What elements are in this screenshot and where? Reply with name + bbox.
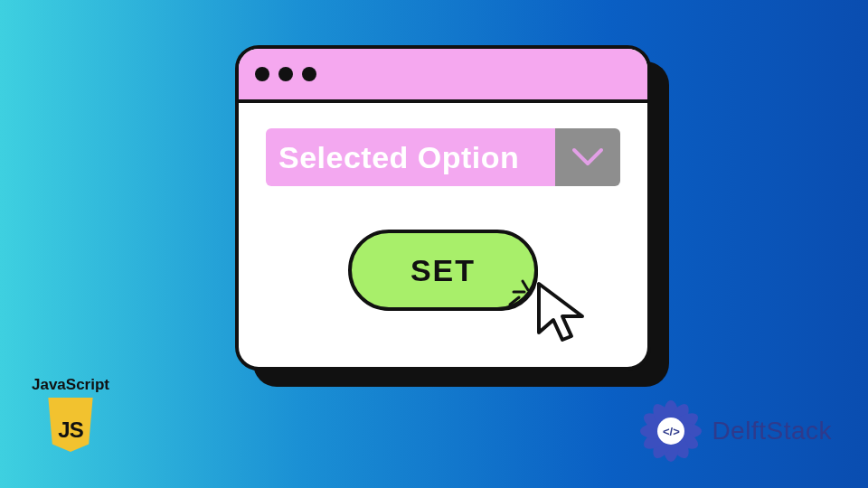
- set-button[interactable]: SET: [348, 230, 538, 311]
- traffic-dot: [278, 67, 293, 81]
- select-value: Selected Option: [266, 128, 555, 186]
- window-titlebar: [239, 49, 647, 103]
- traffic-dot: [302, 67, 316, 81]
- delftstack-brand: </> DelftStack: [639, 399, 832, 463]
- javascript-shield-icon: JS: [45, 398, 96, 452]
- delftstack-name: DelftStack: [712, 417, 832, 446]
- window-body: Selected Option SET: [239, 103, 647, 311]
- javascript-badge: JavaScript JS: [29, 376, 112, 452]
- delftstack-flower-icon: </>: [639, 399, 703, 463]
- javascript-shield-text: JS: [58, 418, 82, 443]
- traffic-dot: [255, 67, 269, 81]
- set-button-wrap: SET: [348, 230, 538, 311]
- javascript-label: JavaScript: [29, 376, 112, 394]
- set-button-label: SET: [410, 253, 476, 288]
- window-card: Selected Option SET: [235, 45, 651, 371]
- select-dropdown[interactable]: Selected Option: [266, 128, 620, 186]
- chevron-down-icon: [555, 128, 620, 186]
